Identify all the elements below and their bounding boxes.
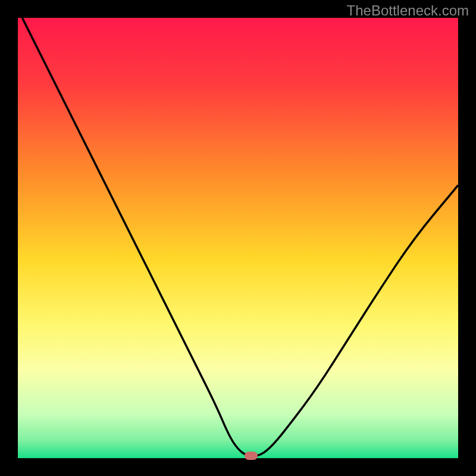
- plot-area: [18, 18, 458, 458]
- chart-svg: [18, 18, 458, 458]
- watermark-text: TheBottleneck.com: [347, 2, 469, 19]
- optimal-point-marker: [245, 452, 258, 460]
- gradient-background: [18, 18, 458, 458]
- chart-container: TheBottleneck.com: [0, 0, 476, 476]
